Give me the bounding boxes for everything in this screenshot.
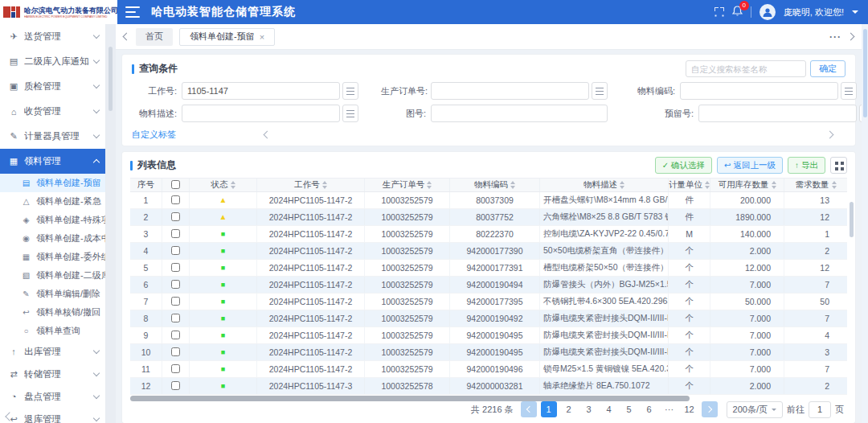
export-button[interactable]: ↑ 导出 [788,157,825,174]
filter-lines-icon[interactable] [841,82,857,100]
page-number[interactable]: 4 [601,401,617,417]
table-row[interactable]: 7 2024HPC1105-1147-2 10003252579 9420001… [130,294,847,310]
page-number[interactable]: 12 [682,401,698,417]
page-number[interactable]: 6 [641,401,657,417]
row-checkbox[interactable] [171,381,180,390]
sidebar-subitem[interactable]: ▦ 领料单创建-委外组件 [0,248,105,266]
page-number[interactable]: 1 [541,401,557,417]
col-demand[interactable]: 需求数量 [784,179,847,191]
page-number[interactable]: 5 [621,401,637,417]
row-checkbox[interactable] [171,212,180,221]
table-row[interactable]: 10 2024HPC1105-1147-2 10003252579 942000… [130,344,847,361]
order-no-input[interactable] [431,82,589,100]
sidebar-item[interactable]: ◔ 盘点管理 [0,385,105,408]
row-checkbox[interactable] [171,195,180,204]
col-unit[interactable]: 计量单位 [669,179,710,191]
sidebar-item[interactable]: ▣ 质检管理 [0,74,105,99]
col-material-code[interactable]: 物料编码 [450,179,540,191]
select-all-checkbox[interactable] [171,180,180,189]
next-page-icon[interactable] [702,401,718,417]
sidebar-scrollbar[interactable] [106,24,116,423]
col-work-no[interactable]: 工作号 [257,179,365,191]
table-row[interactable]: 11 2024HPC1105-1147-2 10003252579 942000… [130,361,847,378]
fullscreen-icon[interactable] [714,7,724,17]
table-row[interactable]: 8 2024HPC1105-1147-2 10003252579 9420001… [130,310,847,327]
sidebar-subitem[interactable]: ○ 领料单查询 [0,322,105,340]
page-number[interactable]: ··· [661,401,678,417]
drawing-no-input[interactable] [431,105,608,122]
row-checkbox[interactable] [171,280,180,289]
table-row[interactable]: 2 2024HPC1105-1147-2 10003252579 8003775… [130,209,847,226]
sidebar-subitem[interactable]: ▧ 领料单创建-二级库 [0,266,105,285]
custom-tag-name-input[interactable] [686,60,806,77]
row-checkbox[interactable] [171,314,180,322]
sidebar-subitem[interactable]: △ 领料单创建-紧急 [0,192,105,211]
tags-scroll-left-icon[interactable] [264,131,272,139]
page-number[interactable]: 2 [561,401,577,417]
prev-page-icon[interactable] [521,401,537,417]
row-checkbox[interactable] [171,246,180,255]
page-number[interactable]: 3 [581,401,597,417]
filter-lines-icon[interactable] [342,105,358,122]
goto-page-input[interactable] [809,401,831,418]
material-code-input[interactable] [680,82,838,100]
material-desc-input[interactable] [182,105,340,122]
table-row[interactable]: 9 2024HPC1105-1147-2 10003252579 9420001… [130,327,847,344]
sidebar-item[interactable]: ⇄ 转储管理 [0,363,105,385]
sidebar-subitem[interactable]: ✎ 领料单编辑/删除 [0,285,105,303]
work-no-input[interactable] [182,82,340,100]
col-material-desc[interactable]: 物料描述 [540,179,669,191]
row-checkbox[interactable] [171,297,180,306]
table-horizontal-scrollbar[interactable] [130,396,847,398]
sidebar-item-material-management[interactable]: ▦ 领料管理 [0,149,105,174]
user-avatar[interactable] [760,4,776,20]
tabs-scroll-right-icon[interactable] [847,33,855,41]
sidebar-item[interactable]: ✎ 计量器具管理 [0,124,105,149]
table-row[interactable]: 5 2024HPC1105-1147-2 10003252579 9420001… [130,260,847,277]
tags-scroll-right-icon[interactable] [826,131,834,139]
sidebar-subitem[interactable]: ◉ 领料单创建-成本中心 [0,229,105,248]
table-row[interactable]: 12 2024HPC1105-1147-3 10003252578 942000… [130,378,847,395]
back-level-button[interactable]: ↩ 返回上一级 [717,157,783,174]
user-greeting[interactable]: 庞晓明, 欢迎您! [784,6,844,18]
sidebar-item[interactable]: ↑ 出库管理 [0,340,105,363]
tab-material-create-reserve[interactable]: 领料单创建-预留 × [179,28,275,46]
tab-home[interactable]: 首页 [136,28,173,46]
notification-bell-icon[interactable]: 0 [732,6,743,19]
row-checkbox[interactable] [171,263,180,272]
column-settings-icon[interactable] [830,157,847,174]
user-menu-caret-icon[interactable] [852,10,858,17]
table-row[interactable]: 6 2024HPC1105-1147-2 10003252579 9420001… [130,277,847,294]
close-icon[interactable]: × [260,32,264,42]
collapse-sidebar-icon[interactable] [125,6,140,18]
tabs-scroll-left-icon[interactable] [123,33,131,41]
confirm-select-button[interactable]: ✓ 确认选择 [655,157,712,174]
sidebar-subitem[interactable]: ◈ 领料单创建-特殊项目 [0,211,105,229]
custom-tag-link[interactable]: 自定义标签 [132,129,176,141]
reserve-no-input[interactable] [698,105,857,122]
confirm-button[interactable]: 确定 [810,60,845,77]
sidebar-item[interactable]: ⌂ 收货管理 [0,99,105,124]
row-checkbox[interactable] [171,347,180,356]
table-row[interactable]: 3 2024HPC1105-1147-2 10003252579 8022237… [130,226,847,243]
col-stock[interactable]: 可用库存数量 [710,179,784,191]
col-status[interactable]: 状态 [190,179,257,191]
page-scrollbar[interactable] [862,24,868,423]
row-checkbox[interactable] [171,364,180,373]
sidebar-item[interactable]: ↩ 退库管理 [0,408,105,423]
filter-lines-icon[interactable] [342,82,358,100]
table-row[interactable]: 4 2024HPC1105-1147-2 10003252579 9420001… [130,243,847,260]
tabs-more-icon[interactable]: ··· [829,31,841,43]
row-checkbox[interactable] [171,229,180,238]
filter-lines-icon[interactable] [592,82,608,100]
sidebar-item[interactable]: ▤ 二级库入库通知单 [0,49,105,74]
sidebar-item[interactable]: ✈ 送货管理 [0,24,105,49]
sidebar-subitem[interactable]: ▤ 领料单创建-预留 [0,174,105,192]
table-row[interactable]: 1 2024HPC1105-1147-2 10003252579 8003730… [130,192,847,209]
sidebar-subitem[interactable]: ↩ 领料单核销/撤回 [0,303,105,322]
cell-work-no: 2024HPC1105-1147-2 [257,277,365,293]
page-size-select[interactable]: 200条/页 [727,401,783,418]
row-checkbox[interactable] [171,331,180,339]
table-vertical-scrollbar[interactable] [850,202,854,237]
col-order-no[interactable]: 生产订单号 [365,179,450,191]
